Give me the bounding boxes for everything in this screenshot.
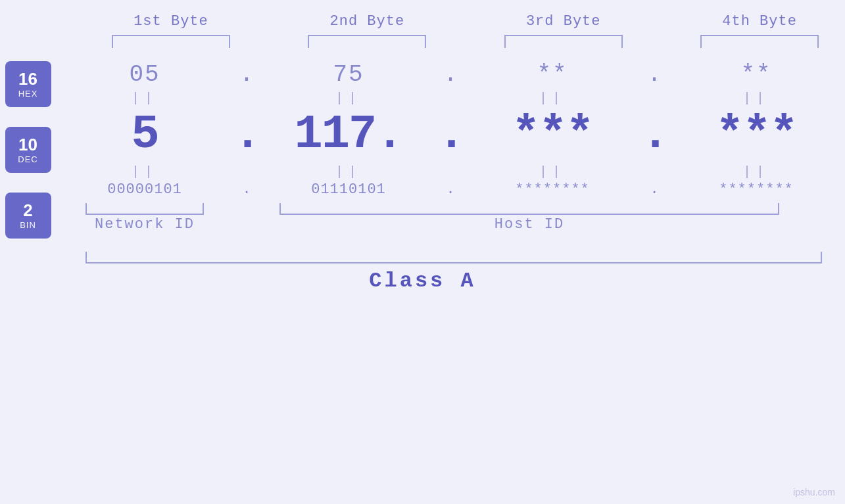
- watermark: ipshu.com: [793, 487, 835, 497]
- net-bracket: [56, 203, 233, 215]
- hex-byte1: 05: [56, 61, 233, 88]
- bottom-brackets: [56, 203, 845, 215]
- dec-byte4: ***: [667, 108, 845, 162]
- equals-row-1: || || || ||: [56, 88, 845, 108]
- hex-byte2: 75: [260, 61, 437, 88]
- dec-dot1: .: [233, 108, 260, 162]
- eq2-1: ||: [56, 164, 233, 179]
- dec-row: 5 . 117. . *** . ***: [56, 108, 845, 162]
- main-container: 1st Byte 2nd Byte 3rd Byte 4th Byte 16: [0, 0, 845, 504]
- byte3-header: 3rd Byte: [478, 13, 649, 30]
- class-bracket-wrapper: [0, 252, 845, 263]
- hex-byte3: **: [464, 61, 641, 88]
- class-bracket: [85, 252, 822, 263]
- bin-byte3: ********: [464, 181, 641, 198]
- bracket-byte4: [674, 35, 845, 48]
- class-area: Class A: [0, 252, 845, 293]
- bin-dot2: .: [437, 181, 464, 198]
- hex-dot3: .: [641, 61, 667, 88]
- base-labels: 16 HEX 10 DEC 2 BIN: [0, 55, 56, 245]
- equals-row-2: || || || ||: [56, 162, 845, 181]
- bracket-byte3: [478, 35, 649, 48]
- eq1-4: ||: [667, 91, 845, 106]
- byte2-header: 2nd Byte: [281, 13, 452, 30]
- bin-dot1: .: [233, 181, 260, 198]
- eq1-1: ||: [56, 91, 233, 106]
- hex-dot1: .: [233, 61, 260, 88]
- bin-byte4: ********: [667, 181, 845, 198]
- dec-dot2: .: [437, 108, 464, 162]
- host-id-label: Host ID: [260, 216, 799, 233]
- bracket-byte2: [281, 35, 452, 48]
- id-labels: Network ID Host ID: [56, 216, 845, 233]
- hex-byte4: **: [667, 61, 845, 88]
- byte1-header: 1st Byte: [85, 13, 256, 30]
- hex-row: 05 . 75 . ** . **: [56, 61, 845, 88]
- hex-dot2: .: [437, 61, 464, 88]
- bin-badge: 2 BIN: [5, 193, 51, 239]
- dec-badge: 10 DEC: [5, 127, 51, 173]
- bin-byte1: 00000101: [56, 181, 233, 198]
- network-id-label: Network ID: [56, 216, 233, 233]
- bin-row: 00000101 . 01110101 . ******** .: [56, 181, 845, 198]
- bin-dot3: .: [641, 181, 667, 198]
- bracket-byte1: [85, 35, 256, 48]
- eq1-2: ||: [260, 91, 437, 106]
- eq2-3: ||: [464, 164, 641, 179]
- byte4-header: 4th Byte: [674, 13, 845, 30]
- eq2-2: ||: [260, 164, 437, 179]
- dec-byte1: 5: [56, 108, 233, 162]
- class-label: Class A: [369, 269, 475, 293]
- hex-badge: 16 HEX: [5, 61, 51, 107]
- top-brackets: [0, 35, 845, 48]
- eq1-3: ||: [464, 91, 641, 106]
- eq2-4: ||: [667, 164, 845, 179]
- dec-byte2: 117.: [260, 108, 437, 162]
- dec-byte3: ***: [464, 108, 641, 162]
- bin-byte2: 01110101: [260, 181, 437, 198]
- host-bracket-area: [260, 203, 799, 215]
- main-data-area: 16 HEX 10 DEC 2 BIN 05 .: [0, 55, 845, 245]
- data-rows: 05 . 75 . ** . **: [56, 55, 845, 245]
- byte-headers: 1st Byte 2nd Byte 3rd Byte 4th Byte: [0, 13, 845, 30]
- dec-dot3: .: [641, 108, 667, 162]
